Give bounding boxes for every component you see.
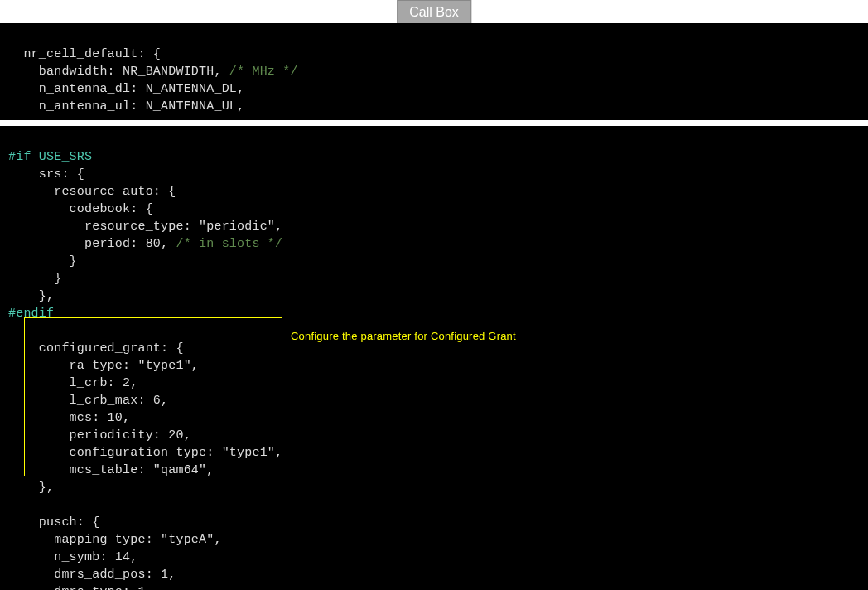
preproc-if: #if USE_SRS — [8, 150, 92, 164]
annotation-configured-grant: Configure the parameter for Configured G… — [291, 329, 516, 344]
code-line: }, — [8, 481, 54, 495]
code-line: dmrs_add_pos: 1, — [8, 568, 176, 582]
code-line: mcs_table: "qam64", — [8, 463, 214, 477]
code-line: bandwidth: NR_BANDWIDTH, — [8, 65, 229, 79]
code-line: n_antenna_dl: N_ANTENNA_DL, — [8, 82, 244, 96]
code-line: n_antenna_ul: N_ANTENNA_UL, — [8, 99, 244, 114]
code-line: pusch: { — [8, 515, 99, 530]
code-line: mcs: 10, — [8, 411, 130, 425]
code-line: configuration_type: "type1", — [8, 446, 282, 460]
code-line: configured_grant: { — [8, 341, 184, 355]
code-block-2: #if USE_SRS srs: { resource_auto: { code… — [0, 126, 868, 590]
code-line: mapping_type: "typeA", — [8, 533, 222, 547]
code-line: resource_auto: { — [8, 185, 176, 199]
code-line: nr_cell_default: { — [8, 47, 161, 61]
code-block-1: nr_cell_default: { bandwidth: NR_BANDWID… — [0, 23, 868, 120]
code-line: srs: { — [8, 167, 84, 181]
comment: /* in slots */ — [176, 237, 282, 251]
code-line: }, — [8, 289, 54, 303]
comment: /* MHz */ — [229, 65, 298, 79]
code-line: periodicity: 20, — [8, 428, 191, 442]
code-line: l_crb: 2, — [8, 376, 137, 390]
call-box-button[interactable]: Call Box — [397, 0, 471, 25]
code-line: codebook: { — [8, 202, 153, 216]
code-line: period: 80, — [8, 237, 176, 251]
code-line: ra_type: "type1", — [8, 359, 199, 373]
code-line: l_crb_max: 6, — [8, 394, 168, 408]
code-line: } — [8, 254, 77, 268]
code-line: dmrs_type: 1, — [8, 585, 153, 590]
code-line: } — [8, 272, 61, 286]
code-line: resource_type: "periodic", — [8, 220, 282, 234]
code-line: n_symb: 14, — [8, 550, 137, 564]
preproc-endif: #endif — [8, 307, 54, 321]
